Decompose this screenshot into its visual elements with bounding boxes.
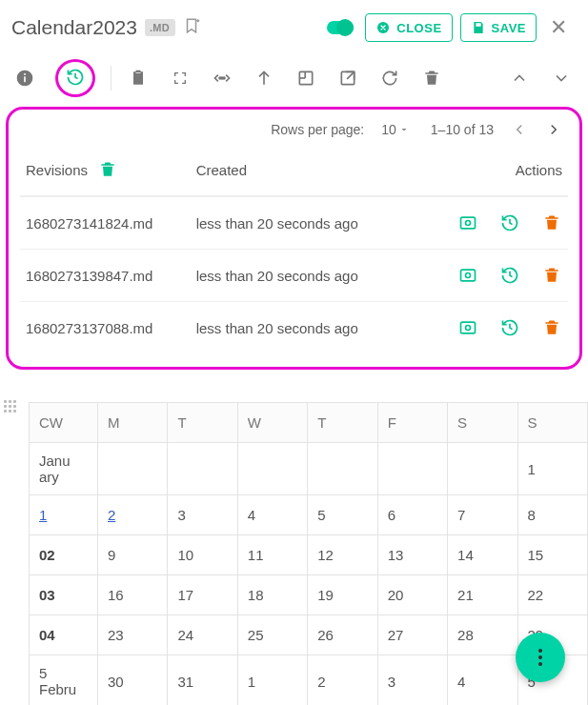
delete-revision-icon[interactable] bbox=[541, 317, 562, 338]
refresh-icon[interactable] bbox=[378, 67, 401, 90]
revision-row: 1680273137088.mdless than 20 seconds ago bbox=[20, 301, 568, 353]
bookmark-icon[interactable] bbox=[183, 17, 200, 38]
calendar-cell: 28 bbox=[448, 615, 517, 655]
col-revisions-label: Revisions bbox=[26, 162, 88, 178]
save-button[interactable]: SAVE bbox=[460, 13, 537, 42]
delete-all-icon[interactable] bbox=[97, 159, 118, 180]
calendar-cell: 1 bbox=[517, 443, 587, 495]
calendar-cell: 19 bbox=[308, 575, 377, 615]
calendar-table: CWMTWTFSS Janu ary1123456780291011121314… bbox=[29, 402, 588, 705]
calendar-cell: 11 bbox=[237, 535, 307, 575]
history-icon[interactable] bbox=[64, 66, 87, 89]
calendar-cell bbox=[98, 443, 168, 495]
chevron-up-icon[interactable] bbox=[508, 67, 531, 90]
view-icon[interactable] bbox=[457, 317, 478, 338]
top-bar: Calendar2023 .MD CLOSE SAVE ✕ bbox=[0, 0, 588, 53]
restore-icon[interactable] bbox=[499, 265, 520, 286]
close-button[interactable]: CLOSE bbox=[365, 13, 452, 42]
calendar-cell: 18 bbox=[237, 575, 307, 615]
calendar-cell bbox=[237, 443, 307, 495]
delete-revision-icon[interactable] bbox=[541, 265, 562, 286]
info-icon[interactable] bbox=[13, 67, 36, 90]
calendar-cell: 12 bbox=[308, 535, 377, 575]
open-external-icon[interactable] bbox=[336, 67, 359, 90]
revisions-panel: Rows per page: 10 1–10 of 13 Revisions C… bbox=[6, 107, 582, 370]
calendar-col-header: T bbox=[168, 403, 237, 443]
calendar-col-header: M bbox=[98, 403, 168, 443]
calendar-cell: 23 bbox=[98, 615, 168, 655]
calendar-cell: 2 bbox=[308, 655, 377, 706]
revision-created: less than 20 seconds ago bbox=[196, 215, 400, 232]
window-icon[interactable] bbox=[294, 67, 317, 90]
calendar-cell: 13 bbox=[377, 535, 447, 575]
col-actions-label: Actions bbox=[400, 162, 562, 178]
code-icon[interactable] bbox=[211, 67, 233, 90]
restore-icon[interactable] bbox=[499, 212, 520, 233]
svg-rect-4 bbox=[24, 76, 26, 82]
svg-rect-5 bbox=[24, 73, 26, 75]
calendar-cell: 30 bbox=[98, 655, 168, 706]
chevron-down-icon[interactable] bbox=[550, 67, 573, 90]
calendar-col-header: CW bbox=[30, 403, 98, 443]
svg-point-20 bbox=[465, 326, 470, 331]
drag-handle[interactable] bbox=[4, 400, 17, 413]
calendar-cell[interactable]: 1 bbox=[30, 495, 98, 535]
calendar-cell: 22 bbox=[517, 575, 587, 615]
fullscreen-icon[interactable] bbox=[169, 67, 192, 90]
calendar-cell: 31 bbox=[168, 655, 237, 706]
view-icon[interactable] bbox=[457, 212, 478, 233]
calendar-cell[interactable]: 2 bbox=[98, 495, 168, 535]
more-vert-icon bbox=[538, 646, 542, 669]
calendar-cell: 15 bbox=[517, 535, 587, 575]
save-icon bbox=[471, 20, 486, 35]
calendar-table-wrap: CWMTWTFSS Janu ary1123456780291011121314… bbox=[29, 402, 588, 705]
svg-rect-15 bbox=[460, 217, 475, 229]
revision-name: 1680273137088.md bbox=[26, 320, 196, 336]
caret-down-icon bbox=[398, 124, 410, 135]
svg-point-8 bbox=[223, 77, 225, 79]
toolbar bbox=[0, 53, 588, 103]
calendar-cell: 4 bbox=[448, 655, 517, 706]
filetype-badge: .MD bbox=[145, 19, 175, 36]
rows-per-page-select[interactable]: 10 bbox=[381, 122, 414, 137]
clipboard-icon[interactable] bbox=[127, 67, 150, 90]
fab-more-button[interactable] bbox=[516, 633, 565, 682]
calendar-cell: 10 bbox=[168, 535, 237, 575]
calendar-cell: 17 bbox=[168, 575, 237, 615]
calendar-cell: 1 bbox=[237, 655, 307, 706]
calendar-cell: 3 bbox=[377, 655, 447, 706]
toggle-switch[interactable] bbox=[327, 21, 354, 34]
calendar-cell bbox=[168, 443, 237, 495]
revision-row: 1680273139847.mdless than 20 seconds ago bbox=[20, 249, 568, 301]
calendar-cell: 16 bbox=[98, 575, 168, 615]
delete-revision-icon[interactable] bbox=[541, 212, 562, 233]
calendar-cell: 5 Febru bbox=[30, 655, 98, 706]
calendar-cell: 24 bbox=[168, 615, 237, 655]
calendar-col-header: S bbox=[448, 403, 517, 443]
calendar-cell: 4 bbox=[237, 495, 307, 535]
arrow-up-icon[interactable] bbox=[253, 67, 275, 90]
revision-name: 1680273141824.md bbox=[26, 215, 196, 232]
calendar-cell: 14 bbox=[448, 535, 517, 575]
revision-created: less than 20 seconds ago bbox=[196, 268, 400, 284]
svg-point-18 bbox=[465, 273, 470, 278]
svg-point-16 bbox=[465, 221, 470, 226]
restore-icon[interactable] bbox=[499, 317, 520, 338]
calendar-col-header: S bbox=[517, 403, 587, 443]
page-range: 1–10 of 13 bbox=[431, 122, 494, 137]
calendar-cell bbox=[308, 443, 377, 495]
revisions-header: Revisions Created Actions bbox=[20, 155, 568, 196]
trash-icon[interactable] bbox=[420, 67, 443, 90]
close-circle-icon bbox=[375, 20, 391, 35]
page-prev-button[interactable] bbox=[511, 121, 528, 138]
svg-line-14 bbox=[347, 71, 355, 79]
calendar-cell: 03 bbox=[30, 575, 98, 615]
close-icon[interactable]: ✕ bbox=[544, 11, 573, 44]
calendar-cell: 8 bbox=[517, 495, 587, 535]
calendar-cell: 3 bbox=[168, 495, 237, 535]
calendar-cell bbox=[377, 443, 447, 495]
view-icon[interactable] bbox=[457, 265, 478, 286]
calendar-col-header: W bbox=[237, 403, 307, 443]
calendar-cell: 5 bbox=[308, 495, 377, 535]
page-next-button[interactable] bbox=[545, 121, 562, 138]
